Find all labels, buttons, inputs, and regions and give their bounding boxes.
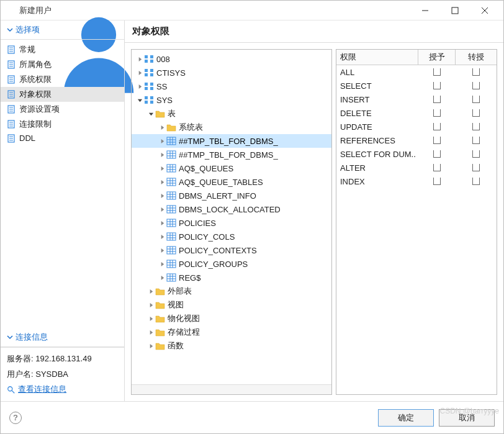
tree-node[interactable]: 表 <box>132 107 331 120</box>
sidebar-item[interactable]: 所属角色 <box>1 57 124 72</box>
col-transfer[interactable]: 转授 <box>456 50 497 65</box>
grant-cell[interactable] <box>418 96 456 103</box>
view-connection-link[interactable]: 查看连接信息 <box>7 382 118 397</box>
transfer-cell[interactable] <box>456 150 497 158</box>
sidebar-item[interactable]: 对象权限 <box>1 87 124 102</box>
expand-arrow-icon[interactable] <box>135 70 144 76</box>
expand-arrow-icon[interactable] <box>135 84 144 89</box>
grant-cell[interactable] <box>418 68 456 76</box>
checkbox-icon[interactable] <box>472 123 480 130</box>
checkbox-icon[interactable] <box>433 96 441 103</box>
grant-cell[interactable] <box>418 137 456 144</box>
expand-arrow-icon[interactable] <box>158 275 166 281</box>
object-tree[interactable]: 008CTISYSSSSYS表系统表##TMP_TBL_FOR_DBMS_##T… <box>132 50 331 384</box>
tree-node[interactable]: 系统表 <box>132 120 331 134</box>
ok-button[interactable]: 确定 <box>378 409 434 427</box>
transfer-cell[interactable] <box>456 109 497 117</box>
checkbox-icon[interactable] <box>433 109 441 117</box>
checkbox-icon[interactable] <box>433 164 441 171</box>
tree-node[interactable]: SYS <box>132 93 331 107</box>
checkbox-icon[interactable] <box>433 123 441 130</box>
checkbox-icon[interactable] <box>433 68 441 76</box>
transfer-cell[interactable] <box>456 164 497 171</box>
tree-node[interactable]: 函数 <box>132 339 331 353</box>
sidebar-item[interactable]: DDL <box>1 132 124 145</box>
expand-arrow-icon[interactable] <box>158 234 166 240</box>
tree-node[interactable]: POLICY_CONTEXTS <box>132 243 331 257</box>
checkbox-icon[interactable] <box>433 178 441 185</box>
transfer-cell[interactable] <box>456 178 497 185</box>
tree-node[interactable]: CTISYS <box>132 66 331 79</box>
sidebar-item[interactable]: 常规 <box>1 42 124 57</box>
tree-node[interactable]: ##TMP_TBL_FOR_DBMS_ <box>132 148 331 161</box>
expand-arrow-icon[interactable] <box>146 343 155 349</box>
expand-arrow-icon[interactable] <box>146 111 155 117</box>
checkbox-icon[interactable] <box>472 164 480 171</box>
close-button[interactable] <box>471 1 498 20</box>
expand-arrow-icon[interactable] <box>158 220 166 226</box>
transfer-cell[interactable] <box>456 137 497 144</box>
grant-cell[interactable] <box>418 123 456 130</box>
transfer-cell[interactable] <box>456 96 497 103</box>
checkbox-icon[interactable] <box>433 150 441 158</box>
tree-node[interactable]: POLICY_GROUPS <box>132 257 331 271</box>
tree-node[interactable]: POLICY_COLS <box>132 230 331 243</box>
expand-arrow-icon[interactable] <box>146 330 155 335</box>
transfer-cell[interactable] <box>456 68 497 76</box>
sidebar-item[interactable]: 资源设置项 <box>1 102 124 117</box>
expand-arrow-icon[interactable] <box>158 125 166 130</box>
tree-node[interactable]: 008 <box>132 52 331 66</box>
expand-arrow-icon[interactable] <box>158 152 166 158</box>
transfer-cell[interactable] <box>456 82 497 89</box>
tree-node[interactable]: DBMS_LOCK_ALLOCATED <box>132 202 331 216</box>
tree-node[interactable]: 外部表 <box>132 284 331 298</box>
grant-cell[interactable] <box>418 150 456 158</box>
minimize-button[interactable] <box>412 1 439 20</box>
expand-arrow-icon[interactable] <box>146 289 155 294</box>
tree-node[interactable]: AQ$_QUEUES <box>132 161 331 175</box>
tree-node[interactable]: 存储过程 <box>132 325 331 339</box>
checkbox-icon[interactable] <box>472 68 480 76</box>
checkbox-icon[interactable] <box>433 82 441 89</box>
checkbox-icon[interactable] <box>472 96 480 103</box>
sidebar-item[interactable]: 系统权限 <box>1 72 124 87</box>
tree-node[interactable]: 视图 <box>132 298 331 312</box>
checkbox-icon[interactable] <box>472 109 480 117</box>
sidebar-header-options[interactable]: 选择项 <box>1 20 124 40</box>
expand-arrow-icon[interactable] <box>158 248 166 253</box>
tree-node[interactable]: ##TMP_TBL_FOR_DBMS_ <box>132 134 331 148</box>
checkbox-icon[interactable] <box>472 137 480 144</box>
expand-arrow-icon[interactable] <box>158 193 166 199</box>
sidebar-item[interactable]: 连接限制 <box>1 117 124 132</box>
grant-cell[interactable] <box>418 178 456 185</box>
expand-arrow-icon[interactable] <box>135 97 144 103</box>
col-grant[interactable]: 授予 <box>418 50 456 65</box>
expand-arrow-icon[interactable] <box>158 207 166 212</box>
grant-cell[interactable] <box>418 82 456 89</box>
expand-arrow-icon[interactable] <box>158 138 166 144</box>
help-button[interactable]: ? <box>9 412 22 424</box>
tree-node[interactable]: AQ$_QUEUE_TABLES <box>132 175 331 189</box>
cancel-button[interactable]: 取消 <box>439 409 495 427</box>
expand-arrow-icon[interactable] <box>146 316 155 322</box>
expand-arrow-icon[interactable] <box>146 302 155 308</box>
transfer-cell[interactable] <box>456 123 497 130</box>
checkbox-icon[interactable] <box>472 150 480 158</box>
checkbox-icon[interactable] <box>472 82 480 89</box>
tree-node[interactable]: SS <box>132 79 331 93</box>
expand-arrow-icon[interactable] <box>135 57 144 62</box>
maximize-button[interactable] <box>441 1 469 20</box>
checkbox-icon[interactable] <box>433 137 441 144</box>
tree-node[interactable]: POLICIES <box>132 216 331 230</box>
grant-cell[interactable] <box>418 164 456 171</box>
horizontal-scrollbar[interactable] <box>132 384 331 394</box>
col-permission[interactable]: 权限 <box>336 50 418 65</box>
expand-arrow-icon[interactable] <box>158 179 166 185</box>
expand-arrow-icon[interactable] <box>158 261 166 267</box>
grant-cell[interactable] <box>418 109 456 117</box>
tree-node[interactable]: REG$ <box>132 271 331 284</box>
checkbox-icon[interactable] <box>472 178 480 185</box>
tree-node[interactable]: DBMS_ALERT_INFO <box>132 189 331 202</box>
sidebar-header-conn[interactable]: 连接信息 <box>1 328 124 347</box>
tree-node[interactable]: 物化视图 <box>132 312 331 325</box>
